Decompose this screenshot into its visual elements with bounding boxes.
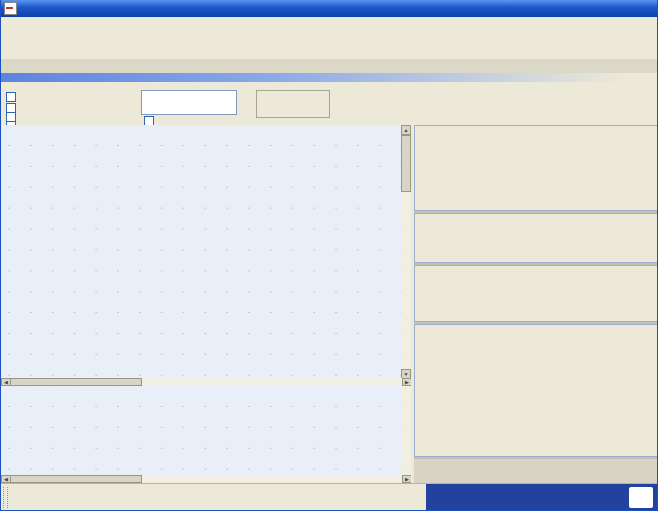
scroll-up-button[interactable]: ▲ (401, 125, 411, 135)
bottom-right-area (426, 484, 658, 511)
application-window: ▲ ▼ ◀ ▶ ◀ ▶ (0, 0, 658, 511)
scroll-thumb[interactable] (10, 378, 142, 386)
horizontal-scrollbar-main[interactable]: ◀ ▶ (1, 378, 411, 386)
horizontal-scrollbar-average[interactable]: ◀ ▶ (1, 475, 411, 483)
menu-bar (1, 17, 658, 31)
main-area: ▲ ▼ ◀ ▶ ◀ ▶ (1, 125, 658, 483)
vertical-scrollbar[interactable]: ▲ ▼ (401, 125, 411, 378)
main-toolbar (1, 30, 658, 46)
scroll-thumb[interactable] (10, 475, 142, 483)
title-bar (1, 0, 658, 17)
comments-textarea[interactable] (141, 90, 237, 115)
lead1-checkbox[interactable] (6, 92, 16, 102)
pattern-title-bar (1, 73, 658, 82)
dock-tab-bar (414, 459, 658, 483)
panel-wystapienia-fali-f (414, 213, 658, 263)
app-icon (4, 2, 17, 15)
toolbar-grip[interactable] (3, 487, 8, 508)
panel-powtarzane-fali-f (414, 265, 658, 322)
vertical-scrollbar-average[interactable] (401, 386, 411, 475)
tests-toolbar (1, 45, 658, 60)
right-dock (414, 125, 658, 483)
bottom-toolbar (1, 483, 658, 511)
panel-parametry-fali-f (414, 125, 658, 211)
scroll-thumb[interactable] (401, 135, 411, 192)
close-overlay-button[interactable] (629, 487, 653, 508)
exam-tab-row (1, 59, 658, 73)
device-settings-box (256, 90, 330, 118)
waveform-panel-average (1, 386, 401, 475)
waveform-panel-main (1, 125, 401, 379)
panel-amplituda-latencja (414, 324, 658, 457)
exam-header-panel (1, 82, 658, 125)
